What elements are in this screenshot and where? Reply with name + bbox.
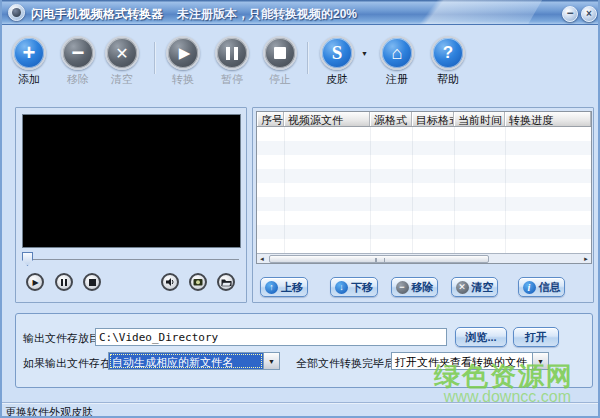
column-header-time[interactable]: 当前时间	[454, 112, 505, 126]
video-screen	[22, 114, 241, 248]
move-up-button[interactable]: ↑ 上移	[260, 277, 308, 297]
info-button[interactable]: i 信息	[518, 277, 565, 297]
clear-list-label: 清空	[472, 280, 494, 295]
stop-icon	[263, 36, 297, 70]
browse-button[interactable]: 浏览...	[455, 327, 507, 347]
convert-play-icon: ▶	[166, 36, 200, 70]
folder-icon	[221, 277, 232, 287]
register-button[interactable]: ⌂ 注册	[374, 36, 420, 87]
remove-label: 移除	[55, 72, 101, 87]
if-exists-combobox[interactable]: 自动生成相应的新文件名 ▼	[108, 352, 280, 370]
camera-icon	[193, 277, 203, 287]
minimize-button[interactable]: −	[562, 6, 578, 22]
column-header-srcformat[interactable]: 源格式	[370, 112, 412, 126]
move-down-button[interactable]: ↓ 下移	[330, 277, 378, 297]
stop-label: 停止	[257, 72, 303, 87]
grid-line	[454, 127, 455, 253]
move-down-label: 下移	[351, 280, 373, 295]
pause-button[interactable]: 暂停	[209, 36, 255, 87]
add-label: 添加	[6, 72, 52, 87]
clear-list-button[interactable]: ✕ 清空	[451, 277, 498, 297]
window-title: 闪电手机视频格式转换器未注册版本，只能转换视频的20%	[31, 6, 357, 23]
file-table-header: 序号 视频源文件 源格式 目标格式 当前时间 转换进度	[257, 112, 591, 127]
register-label: 注册	[374, 72, 420, 87]
clear-icon: ✕	[105, 36, 139, 70]
titlebar: 闪电手机视频格式转换器未注册版本，只能转换视频的20% − ×	[0, 0, 600, 25]
arrow-down-icon: ↓	[335, 281, 348, 294]
output-dir-input[interactable]	[95, 328, 447, 346]
toolbar-separator	[307, 42, 308, 74]
file-list-panel: 序号 视频源文件 源格式 目标格式 当前时间 转换进度 ◄ ► ↑	[252, 107, 594, 303]
speaker-icon	[165, 277, 175, 287]
skin-label: 皮肤	[314, 72, 360, 87]
file-table-body[interactable]	[257, 127, 591, 253]
x-icon: ✕	[456, 281, 469, 294]
app-window: 闪电手机视频格式转换器未注册版本，只能转换视频的20% − × + 添加 − 移…	[0, 0, 600, 418]
remove-icon: −	[61, 36, 95, 70]
arrow-up-icon: ↑	[265, 281, 278, 294]
remove-item-button[interactable]: − 移除	[391, 277, 438, 297]
scrollbar-thumb[interactable]	[269, 255, 489, 263]
grid-line	[370, 127, 371, 253]
skin-icon: S	[320, 36, 354, 70]
help-button[interactable]: ? 帮助	[425, 36, 471, 87]
help-label: 帮助	[425, 72, 471, 87]
app-icon	[8, 4, 25, 21]
move-up-label: 上移	[281, 280, 303, 295]
clear-button[interactable]: ✕ 清空	[99, 36, 145, 87]
chevron-down-icon[interactable]: ▼	[532, 353, 548, 369]
remove-item-label: 移除	[412, 280, 434, 295]
add-icon: +	[12, 36, 46, 70]
column-header-source[interactable]: 视频源文件	[284, 112, 370, 126]
if-exists-selected-value: 自动生成相应的新文件名	[109, 353, 263, 369]
preview-pause-button[interactable]	[55, 273, 73, 291]
skin-button[interactable]: S 皮肤	[314, 36, 360, 87]
after-convert-combobox[interactable]: 打开文件夹查看转换的文件 ▼	[391, 352, 549, 370]
change-skin-link[interactable]: 更换软件外观皮肤	[5, 405, 93, 418]
help-icon: ?	[431, 36, 465, 70]
output-settings-groupbox: 输出文件存放目录: 浏览... 打开 如果输出文件存在: 自动生成相应的新文件名…	[15, 313, 593, 388]
minus-icon: −	[396, 281, 409, 294]
convert-label: 转换	[160, 72, 206, 87]
skin-dropdown-arrow-icon[interactable]: ▼	[361, 50, 368, 57]
stop-button[interactable]: 停止	[257, 36, 303, 87]
close-icon: ×	[586, 8, 592, 19]
if-exists-label: 如果输出文件存在:	[23, 356, 114, 371]
column-header-progress[interactable]: 转换进度	[505, 112, 591, 126]
play-icon: ▶	[31, 278, 38, 287]
pause-icon	[61, 279, 67, 286]
file-table: 序号 视频源文件 源格式 目标格式 当前时间 转换进度 ◄ ►	[256, 111, 592, 264]
chevron-down-icon[interactable]: ▼	[263, 353, 279, 369]
stop-icon	[89, 279, 96, 286]
grid-line	[505, 127, 506, 253]
scroll-left-icon[interactable]: ◄	[257, 254, 267, 264]
info-label: 信息	[539, 280, 561, 295]
minimize-icon: −	[566, 6, 573, 20]
close-button[interactable]: ×	[581, 6, 597, 22]
open-dir-button[interactable]: 打开	[513, 327, 559, 347]
seek-slider-thumb[interactable]	[22, 252, 33, 266]
after-convert-label: 全部文件转换完毕后:	[296, 356, 398, 371]
column-header-dstformat[interactable]: 目标格式	[412, 112, 454, 126]
open-file-button[interactable]	[217, 273, 235, 291]
convert-button[interactable]: ▶ 转换	[160, 36, 206, 87]
grid-line	[284, 127, 285, 253]
seek-slider-track[interactable]	[25, 259, 239, 260]
scroll-right-icon[interactable]: ►	[581, 254, 591, 264]
preview-stop-button[interactable]	[83, 273, 101, 291]
remove-button[interactable]: − 移除	[55, 36, 101, 87]
info-icon: i	[523, 281, 536, 294]
add-button[interactable]: + 添加	[6, 36, 52, 87]
register-home-icon: ⌂	[380, 36, 414, 70]
preview-play-button[interactable]: ▶	[26, 273, 44, 291]
pause-icon	[215, 36, 249, 70]
pause-label: 暂停	[209, 72, 255, 87]
volume-button[interactable]	[161, 273, 179, 291]
video-preview-panel: ▶	[15, 107, 247, 303]
column-header-index[interactable]: 序号	[257, 112, 284, 126]
horizontal-scrollbar[interactable]: ◄ ►	[257, 253, 591, 263]
open-dir-label: 打开	[525, 330, 547, 345]
app-title: 闪电手机视频格式转换器	[31, 7, 163, 21]
snapshot-button[interactable]	[189, 273, 207, 291]
toolbar-separator	[154, 42, 155, 74]
